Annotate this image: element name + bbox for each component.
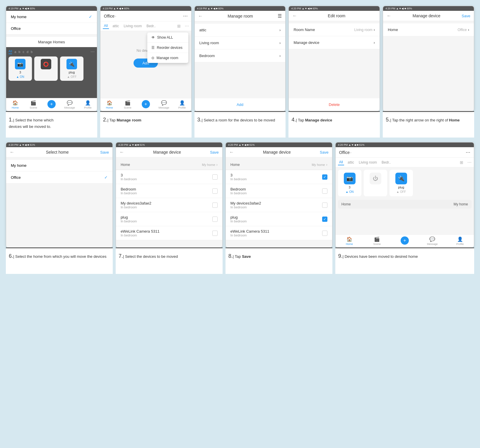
tab-living-2[interactable]: Living room [122,23,143,29]
home-row-5[interactable]: Home Office › [383,23,474,36]
tab-message-1[interactable]: 💬 Message [61,100,79,109]
attic-item[interactable]: attic › [195,24,286,37]
device-8-4[interactable]: plugIn bedroom ✓ [226,212,332,226]
tab-e[interactable]: b [31,50,33,54]
add-link-3[interactable]: Add [195,98,286,111]
office-title-2: Office [104,14,115,18]
office-header-9: Office › ⋯ [336,147,474,158]
check-8-5[interactable] [322,231,327,236]
device-8-1[interactable]: 3In bedroom ✓ [226,170,332,184]
check-8-1[interactable]: ✓ [322,174,327,180]
check-7-5[interactable] [212,231,218,236]
check-7-2[interactable] [212,188,218,194]
show-all-label: Show ALL [157,35,173,40]
check-8-3[interactable] [322,202,327,208]
caption-2-bold: Manage room [117,118,141,122]
check-7-4[interactable] [212,217,218,222]
grid-icon-2[interactable]: ⊞ [177,24,181,28]
bedroom-item[interactable]: Bedroom › [195,49,286,62]
check-7-3[interactable] [212,202,218,208]
step-9-block: 4:20 PM ▲ ♥ ◀ ■ 61% Office › ⋯ All attic… [335,142,474,274]
tab-c[interactable]: c [23,50,24,54]
my-home-6[interactable]: My home [6,160,112,171]
tab-scene-1[interactable]: 🎬 Scene [24,100,42,109]
tab-all-1[interactable]: All [8,49,12,54]
check-8-4[interactable]: ✓ [322,217,327,222]
tab-d[interactable]: d [27,50,28,54]
manage-device-chevron: › [374,40,375,45]
office-chevron-2: › [115,14,116,18]
manage-device-item[interactable]: Manage device › [289,36,380,49]
tab-profile-9[interactable]: 👤 Profile [446,236,474,246]
my-home-label-6: My home [11,163,26,168]
tab-bedr-2[interactable]: Bedr.. [145,23,157,29]
save-btn-7[interactable]: Save [210,150,219,155]
back-btn-7[interactable]: ← [119,150,124,155]
more-dots-2[interactable]: ⋯ [183,13,188,19]
back-btn-6[interactable]: ← [10,150,14,155]
office-header-2: Office › ⋯ [100,11,191,21]
status-bar-6: 4:20 PM ▲ ♥ ◀ ■ 61% [6,143,112,147]
back-btn-5[interactable]: ← [387,13,391,18]
tab-message-9[interactable]: 💬 Message [418,236,446,246]
device-8-2[interactable]: BedroomIn bedroom [226,184,332,198]
tab-profile-2[interactable]: 👤 Profile [173,100,191,109]
device-7-3[interactable]: My devices3afae2In bedroom [116,198,222,212]
device-7-1[interactable]: 3In bedroom [116,170,222,184]
device-7-4[interactable]: plugIn bedroom [116,212,222,226]
title-6: Select home [14,150,100,155]
back-btn-3[interactable]: ← [198,13,203,19]
living-chevron: › [279,41,281,45]
check-7-1[interactable] [212,174,218,180]
tab-bedr-9[interactable]: Bedr.. [380,160,392,165]
more-icon-9[interactable]: ⋯ [467,160,472,165]
more-icon-1[interactable]: ⋯ [90,49,95,54]
back-btn-4[interactable]: ← [292,13,297,18]
tab-scene-2[interactable]: 🎬 Scene [119,100,137,109]
tab-a[interactable]: a [14,50,16,54]
living-room-item[interactable]: Living room › [195,37,286,49]
save-btn-5[interactable]: Save [462,14,470,18]
delete-link-4[interactable]: Delete [289,98,380,111]
tab-home-9[interactable]: 🏠 Home [336,236,363,246]
device-status-off: ▲ OFF [67,75,77,78]
manage-room-label: Manage room [157,56,178,60]
tab-home-1[interactable]: 🏠 Home [6,100,24,109]
tab-all-9[interactable]: All [338,159,344,165]
device-7-5[interactable]: eWeLink Camera 5311In bedroom [116,226,222,240]
save-btn-8[interactable]: Save [320,150,329,155]
more-dots-9[interactable]: ⋯ [466,150,470,155]
device-8-3[interactable]: My devices3afae2In bedroom [226,198,332,212]
tab-attic-9[interactable]: attic [346,160,355,165]
office-6[interactable]: Office ✓ [6,171,112,183]
tab-scene-9[interactable]: 🎬 Scene [363,236,391,246]
tab-message-2[interactable]: 💬 Message [155,100,173,109]
office-item[interactable]: Office [6,23,97,35]
show-all-item[interactable]: 👁 Show ALL [147,32,188,43]
add-icon-2[interactable]: + [142,100,150,108]
device-8-5[interactable]: eWeLink Camera 5311In bedroom [226,226,332,240]
check-8-2[interactable] [322,188,327,194]
back-btn-8[interactable]: ← [229,150,234,155]
tab-home-2[interactable]: 🏠 Home [100,100,119,109]
reorder-devices-item[interactable]: ☰ Reorder devices [147,43,188,53]
manage-room-item[interactable]: ⊙ Manage room [147,53,188,63]
tab-add-9[interactable]: + [391,236,418,246]
grid-icon-9[interactable]: ⊞ [460,160,463,165]
add-icon-1[interactable]: + [47,100,56,108]
more-icon-2[interactable]: ⋯ [185,24,189,28]
tab-b[interactable]: b [18,50,20,54]
device-7-2[interactable]: BedroomIn bedroom [116,184,222,198]
tab-all-2[interactable]: All [103,23,109,29]
tab-add-1[interactable]: + [42,100,61,109]
my-home-item[interactable]: My home ✓ [6,11,97,23]
tab-living-9[interactable]: Living room [358,160,378,165]
living-room-label: Living room [199,41,219,45]
save-btn-6[interactable]: Save [100,150,109,155]
tab-attic-2[interactable]: attic [111,23,120,29]
tab-profile-1[interactable]: 👤 Profile [79,100,97,109]
tab-add-2[interactable]: + [137,100,155,109]
result-icon-cam: 📷 [344,173,356,184]
room-name-item[interactable]: Room Name Living room › [289,23,380,36]
add-icon-9[interactable]: + [401,236,409,245]
